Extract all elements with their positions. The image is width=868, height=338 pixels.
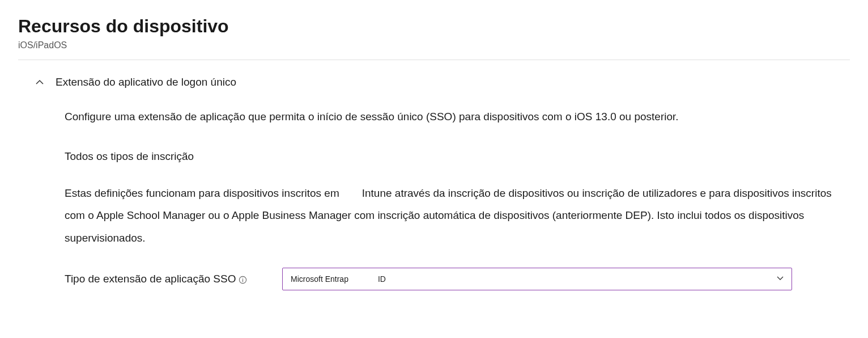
svg-point-2 xyxy=(242,278,243,278)
sso-type-row: Tipo de extensão de aplicação SSO Micros… xyxy=(65,268,839,290)
chevron-up-icon xyxy=(35,78,44,87)
sso-value-part1: Microsoft Entrap xyxy=(291,274,348,284)
divider xyxy=(18,60,850,60)
sso-type-value: Microsoft EntrapID xyxy=(291,274,386,284)
section-description: Configure uma extensão de aplicação que … xyxy=(65,109,839,125)
section-header[interactable]: Extensão do aplicativo de logon único xyxy=(18,76,850,88)
sso-type-select[interactable]: Microsoft EntrapID xyxy=(282,268,792,290)
info-icon[interactable] xyxy=(238,275,247,284)
sso-value-part2: ID xyxy=(378,274,386,284)
sso-type-label: Tipo de extensão de aplicação SSO xyxy=(65,273,236,285)
sso-type-label-wrap: Tipo de extensão de aplicação SSO xyxy=(65,273,269,285)
chevron-down-icon xyxy=(776,273,785,285)
subheading: Todos os tipos de inscrição xyxy=(65,150,839,163)
section-title: Extensão do aplicativo de logon único xyxy=(56,76,236,88)
long-desc-part1: Estas definições funcionam para disposit… xyxy=(65,187,339,199)
section-content: Configure uma extensão de aplicação que … xyxy=(18,109,850,290)
long-description: Estas definições funcionam para disposit… xyxy=(65,182,839,250)
page-title: Recursos do dispositivo xyxy=(18,16,850,37)
page-subtitle: iOS/iPadOS xyxy=(18,40,850,50)
